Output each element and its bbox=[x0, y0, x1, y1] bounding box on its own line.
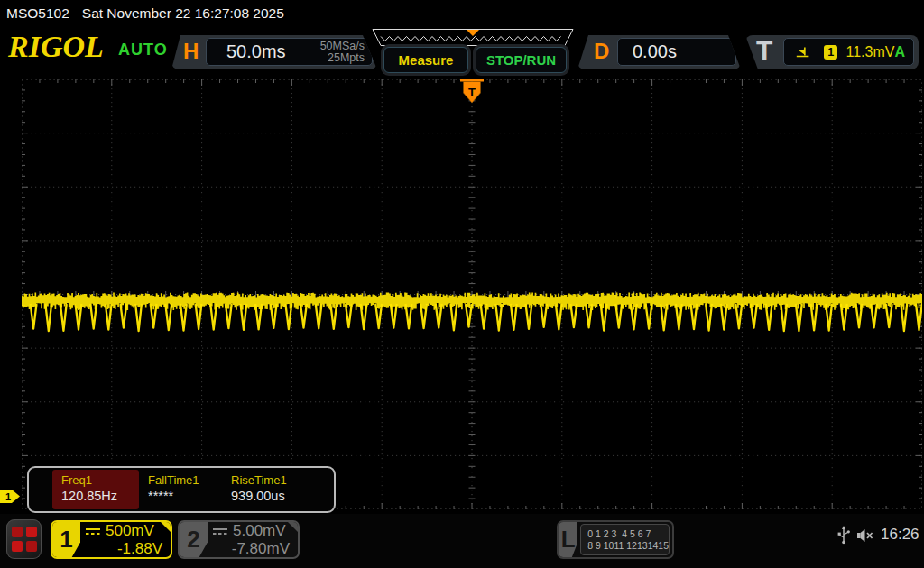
measure-button[interactable]: Measure bbox=[383, 47, 468, 73]
measurement-name: RiseTime1 bbox=[231, 472, 312, 488]
measurement-risetime[interactable]: RiseTime1 939.00us bbox=[222, 470, 312, 509]
clock-text: 16:26 bbox=[881, 526, 919, 544]
trigger-source-badge: 1 bbox=[824, 45, 837, 60]
horizontal-inset: 50.0ms 50MSa/s 25Mpts bbox=[206, 38, 373, 66]
model-name: MSO5102 bbox=[6, 5, 69, 22]
trigger-inset: 1 11.3mV A bbox=[783, 38, 914, 66]
datetime-text: Sat November 22 16:27:08 2025 bbox=[82, 5, 284, 22]
usb-icon bbox=[835, 525, 853, 546]
channel2-info: 5.00mV -7.80mV bbox=[208, 522, 298, 557]
dc-coupling-icon bbox=[212, 527, 228, 536]
delay-settings[interactable]: D 0.00s bbox=[578, 35, 741, 69]
delay-inset: 0.00s bbox=[617, 38, 736, 66]
trigger-position-marker[interactable]: T bbox=[460, 79, 484, 103]
ch1-waveform bbox=[22, 293, 922, 332]
stop-run-button[interactable]: STOP/RUN bbox=[476, 47, 567, 73]
measurement-value: 120.85Hz bbox=[61, 488, 139, 504]
channel1-info: 500mV -1.88V bbox=[80, 522, 171, 557]
digital-channels-row1: 0 1 2 3 4 5 6 7 bbox=[587, 528, 669, 540]
measurement-freq[interactable]: Freq1 120.85Hz bbox=[52, 470, 139, 509]
menu-grid-icon bbox=[26, 541, 37, 552]
measure-button-label: Measure bbox=[399, 52, 454, 68]
stop-run-button-label: STOP/RUN bbox=[486, 52, 556, 68]
header-bar: RIGOL AUTO H 50.0ms 50MSa/s 25Mpts Measu… bbox=[0, 27, 924, 74]
delay-label: D bbox=[594, 39, 609, 64]
topbar: MSO5102 Sat November 22 16:27:08 2025 bbox=[0, 0, 924, 27]
timebase-value: 50.0ms bbox=[226, 41, 286, 62]
trigger-label: T bbox=[756, 35, 772, 66]
speaker-muted-icon bbox=[856, 527, 874, 544]
channel1-ground-marker[interactable]: 1 bbox=[0, 489, 21, 504]
channel2-scale: 5.00mV bbox=[233, 522, 286, 540]
measurement-falltime[interactable]: FallTime1 ***** bbox=[139, 470, 222, 509]
sample-rate: 50MSa/s bbox=[320, 41, 365, 52]
trigger-settings[interactable]: T 1 11.3mV A bbox=[745, 35, 919, 69]
channel1-box[interactable]: 1 500mV -1.88V bbox=[51, 520, 172, 559]
corner-notch bbox=[161, 522, 171, 532]
corner-notch bbox=[288, 522, 298, 532]
trigger-sweep-mode: A bbox=[894, 44, 905, 60]
measurement-name: FallTime1 bbox=[148, 472, 222, 488]
menu-grid-icon bbox=[26, 527, 37, 537]
horizontal-settings[interactable]: H 50.0ms 50MSa/s 25Mpts bbox=[171, 35, 377, 69]
channel1-scale: 500mV bbox=[106, 522, 154, 540]
acquisition-info: 50MSa/s 25Mpts bbox=[320, 41, 365, 64]
main-menu-button[interactable] bbox=[6, 519, 42, 559]
oscilloscope-screen: MSO5102 Sat November 22 16:27:08 2025 RI… bbox=[0, 0, 924, 568]
channel2-offset: -7.80mV bbox=[212, 540, 290, 558]
horizontal-label: H bbox=[183, 39, 199, 64]
falling-edge-icon bbox=[795, 45, 811, 60]
waveform-display: T Freq1 120.85Hz FallTime1 ***** RiseTim… bbox=[22, 79, 922, 509]
dc-coupling-icon bbox=[85, 527, 101, 536]
measurement-name: Freq1 bbox=[61, 472, 139, 488]
measurement-value: 939.00us bbox=[231, 488, 312, 504]
memory-depth: 25Mpts bbox=[320, 52, 365, 64]
logic-analyzer-tab[interactable]: L bbox=[559, 522, 578, 557]
channel1-tab[interactable]: 1 bbox=[52, 522, 80, 557]
digital-channels-row2: 8 9 1011 12131415 bbox=[587, 540, 669, 552]
acquisition-mode-label: AUTO bbox=[118, 41, 168, 60]
channel1-marker-label: 1 bbox=[5, 491, 11, 502]
logic-analyzer-box[interactable]: L 0 1 2 3 4 5 6 7 8 9 1011 12131415 bbox=[557, 520, 674, 559]
menu-grid-icon bbox=[12, 541, 23, 552]
bottombar: 1 500mV -1.88V 2 bbox=[0, 514, 924, 568]
channel2-tab[interactable]: 2 bbox=[180, 522, 208, 557]
trigger-level-value: 11.3mV bbox=[845, 44, 894, 60]
measurement-panel[interactable]: Freq1 120.85Hz FallTime1 ***** RiseTime1… bbox=[27, 466, 336, 513]
channel1-offset: -1.88V bbox=[85, 540, 162, 558]
channel2-box[interactable]: 2 5.00mV -7.80mV bbox=[178, 520, 300, 559]
delay-value: 0.00s bbox=[633, 41, 677, 62]
rigol-logo: RIGOL bbox=[8, 30, 104, 65]
trigger-marker-label: T bbox=[468, 86, 476, 99]
menu-grid-icon bbox=[12, 527, 23, 537]
waveform-overview-strip[interactable] bbox=[372, 29, 574, 46]
measurement-value: ***** bbox=[148, 488, 222, 504]
digital-channels: 0 1 2 3 4 5 6 7 8 9 1011 12131415 bbox=[580, 524, 670, 555]
